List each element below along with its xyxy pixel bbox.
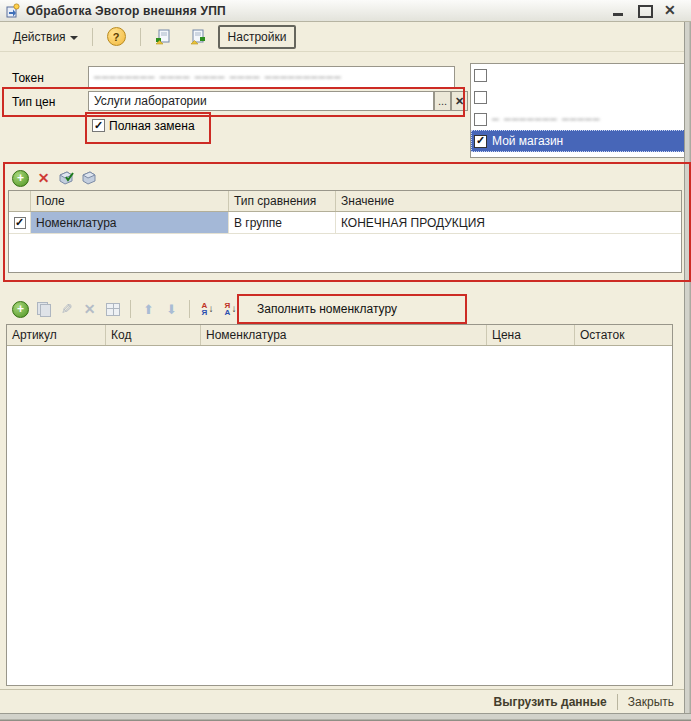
chevron-down-icon <box>70 36 78 40</box>
price-type-lookup-button[interactable]: ... <box>434 91 451 111</box>
column-header-comparison[interactable]: Тип сравнения <box>229 191 336 211</box>
copy-icon <box>37 302 50 316</box>
footer-button-divider <box>617 694 618 710</box>
column-header-field[interactable]: Поле <box>31 191 229 211</box>
toolbar-divider <box>189 300 190 318</box>
sort-az-icon <box>202 302 208 316</box>
grid-icon <box>106 303 120 316</box>
column-header-value[interactable]: Значение <box>336 191 681 211</box>
filter-table-header: Поле Тип сравнения Значение <box>9 191 681 212</box>
move-down-button[interactable]: ⬇ <box>163 301 180 318</box>
cell-value[interactable]: КОНЕЧНАЯ ПРОДУКЦИЯ <box>336 212 681 233</box>
add-item-button[interactable]: + <box>12 301 29 318</box>
sort-ascending-button[interactable]: ↓ <box>199 301 216 318</box>
cell-comparison[interactable]: В группе <box>229 212 336 233</box>
row-checkbox[interactable] <box>14 217 26 229</box>
column-header-nomenclature[interactable]: Номенклатура <box>201 325 487 345</box>
delete-row-button[interactable]: ✕ <box>35 170 52 187</box>
list-item-my-shop[interactable]: Мой магазин <box>471 130 685 152</box>
uncheck-all-button[interactable] <box>81 170 98 187</box>
toolbar-divider <box>130 300 131 318</box>
plus-icon: + <box>12 301 29 318</box>
move-up-button[interactable]: ⬆ <box>140 301 157 318</box>
shop-checkbox[interactable] <box>474 135 487 148</box>
shop-checkbox[interactable] <box>474 113 487 126</box>
close-button[interactable] <box>663 4 679 18</box>
column-header-stock[interactable]: Остаток <box>575 325 672 345</box>
price-type-label: Тип цен <box>12 95 55 109</box>
edit-item-button[interactable]: ✎ <box>58 301 75 318</box>
help-icon: ? <box>107 27 126 46</box>
window-border <box>0 713 691 721</box>
footer-divider <box>0 689 684 690</box>
fill-nomenclature-button[interactable]: Заполнить номенклатуру <box>251 300 403 318</box>
cell-field[interactable]: Номенклатура <box>31 212 229 233</box>
footer-bar: Выгрузить данные Закрыть <box>0 691 684 713</box>
token-input[interactable]: ‒‒‒‒‒‒‒‒ ‒‒‒‒ ‒‒‒‒ ‒‒‒‒ ‒‒‒‒‒‒‒‒‒‒ <box>88 66 455 88</box>
column-header-article[interactable]: Артикул <box>7 325 106 345</box>
set-flags-icon <box>58 170 75 186</box>
close-form-button[interactable]: Закрыть <box>628 695 674 709</box>
delete-item-button[interactable]: ✕ <box>81 301 98 318</box>
arrow-down-icon: ↓ <box>208 304 213 314</box>
filter-toolbar: + ✕ <box>12 167 98 189</box>
items-table: Артикул Код Номенклатура Цена Остаток <box>6 324 673 686</box>
export-data-button[interactable]: Выгрузить данные <box>494 695 607 709</box>
full-replace-label: Полная замена <box>109 119 195 133</box>
toolbar-divider <box>140 28 141 46</box>
document-import-icon <box>155 28 172 45</box>
shop-checkbox[interactable] <box>474 69 487 82</box>
token-value: ‒‒‒‒‒‒‒‒ ‒‒‒‒ ‒‒‒‒ ‒‒‒‒ ‒‒‒‒‒‒‒‒‒‒ <box>94 70 342 84</box>
main-toolbar: Действия ? Настройки <box>0 22 684 52</box>
list-item[interactable]: ‒ ‒‒‒‒‒‒‒ ‒‒‒‒‒ <box>471 108 685 130</box>
maximize-button[interactable] <box>637 4 653 18</box>
toolbar-divider <box>92 28 93 46</box>
shop-checkbox[interactable] <box>474 91 487 104</box>
price-type-input[interactable]: Услуги лаборатории <box>88 91 434 111</box>
list-item[interactable] <box>471 86 685 108</box>
items-table-body-empty[interactable] <box>7 346 672 686</box>
price-type-value: Услуги лаборатории <box>94 94 207 108</box>
save-settings-button[interactable] <box>183 24 214 49</box>
document-export-icon <box>190 28 207 45</box>
window-title: Обработка Эвотор внешняя УПП <box>26 4 226 18</box>
copy-item-button[interactable] <box>35 301 52 318</box>
sort-za-icon <box>225 302 231 316</box>
checkbox-column-header[interactable] <box>9 191 31 211</box>
arrow-down-icon: ↓ <box>231 304 236 314</box>
items-toolbar: + ✎ ✕ ⬆ ⬇ ↓ ↓ Заполнить номенклатуру <box>12 297 403 321</box>
sort-descending-button[interactable]: ↓ <box>222 301 239 318</box>
items-table-header: Артикул Код Номенклатура Цена Остаток <box>7 325 672 346</box>
token-label: Токен <box>12 71 44 85</box>
column-header-code[interactable]: Код <box>106 325 201 345</box>
actions-menu-button[interactable]: Действия <box>6 26 85 48</box>
full-replace-checkbox[interactable] <box>92 119 105 132</box>
window-border <box>684 22 691 713</box>
load-settings-button[interactable] <box>148 24 179 49</box>
titlebar: Обработка Эвотор внешняя УПП <box>0 0 691 22</box>
table-row[interactable]: Номенклатура В группе КОНЕЧНАЯ ПРОДУКЦИЯ <box>9 212 681 234</box>
shop-label: ‒ ‒‒‒‒‒‒‒ ‒‒‒‒‒ <box>492 112 600 126</box>
shop-label: Мой магазин <box>492 134 563 148</box>
shops-list: ‒ ‒‒‒‒‒‒‒ ‒‒‒‒‒ Мой магазин <box>470 63 686 158</box>
add-row-button[interactable]: + <box>12 170 29 187</box>
minimize-button[interactable] <box>611 4 627 18</box>
end-edit-button[interactable] <box>104 301 121 318</box>
plus-icon: + <box>12 170 29 187</box>
price-type-clear-button[interactable]: ✕ <box>451 91 468 111</box>
column-header-price[interactable]: Цена <box>487 325 575 345</box>
actions-menu-label: Действия <box>13 30 66 44</box>
check-all-button[interactable] <box>58 170 75 187</box>
window-icon <box>4 2 21 19</box>
help-button[interactable]: ? <box>100 23 133 50</box>
settings-button[interactable]: Настройки <box>218 25 297 49</box>
list-item[interactable] <box>471 64 685 86</box>
clear-flags-icon <box>81 170 98 186</box>
filter-table: Поле Тип сравнения Значение Номенклатура… <box>8 190 682 273</box>
